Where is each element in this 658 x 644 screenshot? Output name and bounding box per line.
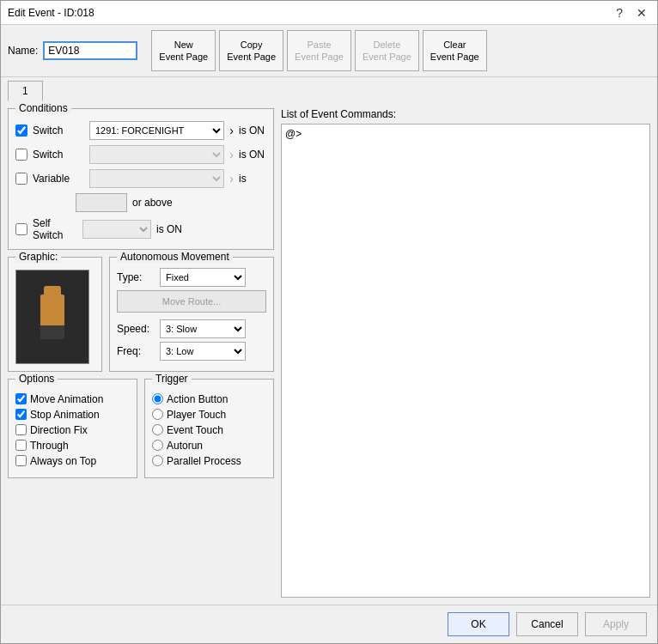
- trigger-player-touch: Player Touch: [152, 409, 266, 421]
- switch1-ison: is ON: [239, 125, 266, 137]
- graphic-box[interactable]: [15, 270, 89, 364]
- options-label: Options: [15, 373, 58, 385]
- character-sprite: [35, 286, 70, 348]
- freq-select[interactable]: 1: Lowest 2: Lower 3: Low 4: High 5: Hig…: [160, 342, 246, 361]
- parallel-process-radio[interactable]: [152, 455, 163, 466]
- parallel-process-label: Parallel Process: [167, 455, 241, 467]
- name-label: Name:: [8, 45, 38, 57]
- sprite-body: [40, 295, 64, 325]
- variable-is: is: [239, 173, 266, 185]
- trigger-autorun: Autorun: [152, 440, 266, 452]
- variable-checkbox[interactable]: [15, 173, 27, 185]
- switch1-label: Switch: [33, 125, 84, 137]
- move-route-button[interactable]: Move Route...: [117, 290, 266, 313]
- tab-1[interactable]: 1: [8, 81, 43, 101]
- speed-label: Speed:: [117, 323, 155, 335]
- trigger-list: Action Button Player Touch Event Touch: [152, 393, 266, 467]
- left-panel: Conditions Switch 1291: FORCENIGHT › is …: [8, 108, 274, 598]
- switch2-arrow: ›: [229, 148, 234, 161]
- new-event-page-button[interactable]: NewEvent Page: [151, 30, 216, 71]
- clear-event-page-button[interactable]: ClearEvent Page: [423, 30, 487, 71]
- options-section: Options Move Animation Stop Animation: [8, 379, 137, 478]
- autonomous-movement-label: Autonomous Movement: [117, 251, 233, 263]
- trigger-event-touch: Event Touch: [152, 424, 266, 436]
- paste-event-page-button[interactable]: PasteEvent Page: [287, 30, 351, 71]
- toolbar: Name: NewEvent Page CopyEvent Page Paste…: [1, 25, 657, 77]
- freq-row: Freq: 1: Lowest 2: Lower 3: Low 4: High …: [117, 342, 266, 361]
- right-panel: List of Event Commands: @>: [281, 108, 650, 598]
- name-input[interactable]: [43, 41, 137, 60]
- move-animation-checkbox[interactable]: [15, 393, 27, 404]
- trigger-label: Trigger: [152, 373, 192, 385]
- title-bar: Edit Event - ID:018 ? ✕: [1, 1, 657, 25]
- switch1-arrow[interactable]: ›: [229, 124, 234, 137]
- type-label: Type:: [117, 271, 155, 283]
- graphic-section: Graphic:: [8, 257, 102, 372]
- close-button[interactable]: ✕: [633, 6, 650, 20]
- type-select[interactable]: Fixed Random Approach Custom: [160, 268, 246, 287]
- stop-animation-checkbox[interactable]: [15, 409, 27, 420]
- autorun-radio[interactable]: [152, 440, 163, 451]
- options-trigger-row: Options Move Animation Stop Animation: [8, 379, 274, 478]
- type-row: Type: Fixed Random Approach Custom: [117, 268, 266, 287]
- variable-select[interactable]: [89, 169, 224, 188]
- dialog-title: Edit Event - ID:018: [8, 7, 94, 19]
- ok-button[interactable]: OK: [448, 612, 509, 636]
- or-above-input[interactable]: [76, 193, 127, 212]
- or-above-label: or above: [132, 197, 173, 209]
- move-animation-label: Move Animation: [30, 393, 103, 405]
- event-commands-list[interactable]: @>: [281, 124, 650, 598]
- autonomous-movement-section: Autonomous Movement Type: Fixed Random A…: [109, 257, 274, 372]
- always-on-top-checkbox[interactable]: [15, 455, 27, 466]
- direction-fix-label: Direction Fix: [30, 424, 88, 436]
- condition-self-switch-row: SelfSwitch is ON: [15, 217, 266, 242]
- bottom-panels: Graphic: Autonomous Movement Type:: [8, 257, 274, 372]
- option-move-animation: Move Animation: [15, 393, 130, 405]
- self-switch-label: SelfSwitch: [33, 217, 77, 242]
- list-header: List of Event Commands:: [281, 108, 650, 120]
- or-above-row: or above: [15, 193, 266, 212]
- switch2-label: Switch: [33, 149, 84, 161]
- event-commands-content: @>: [285, 128, 302, 140]
- option-direction-fix: Direction Fix: [15, 424, 130, 436]
- graphic-label: Graphic:: [15, 251, 61, 263]
- name-section: Name:: [8, 41, 137, 60]
- player-touch-radio[interactable]: [152, 409, 163, 420]
- through-label: Through: [30, 440, 69, 452]
- delete-event-page-button[interactable]: DeleteEvent Page: [355, 30, 419, 71]
- condition-switch2-row: Switch › is ON: [15, 145, 266, 164]
- self-switch-select[interactable]: [82, 220, 151, 239]
- trigger-parallel-process: Parallel Process: [152, 455, 266, 467]
- action-button-label: Action Button: [167, 393, 228, 405]
- self-switch-ison: is ON: [156, 223, 184, 235]
- switch2-select[interactable]: [89, 145, 224, 164]
- speed-row: Speed: 1: x8 Slower 2: x4 Slower 3: Slow…: [117, 319, 266, 338]
- footer: OK Cancel Apply: [1, 605, 657, 643]
- event-touch-label: Event Touch: [167, 424, 223, 436]
- main-content: Conditions Switch 1291: FORCENIGHT › is …: [1, 101, 657, 605]
- speed-select[interactable]: 1: x8 Slower 2: x4 Slower 3: Slow 4: Fas…: [160, 319, 246, 338]
- copy-event-page-button[interactable]: CopyEvent Page: [219, 30, 283, 71]
- cancel-button[interactable]: Cancel: [516, 612, 578, 636]
- trigger-section: Trigger Action Button Player Touch Ev: [144, 379, 274, 478]
- apply-button[interactable]: Apply: [585, 612, 647, 636]
- action-button-radio[interactable]: [152, 393, 163, 404]
- option-always-on-top: Always on Top: [15, 455, 130, 467]
- switch2-ison: is ON: [239, 149, 266, 161]
- switch1-checkbox[interactable]: [15, 125, 27, 137]
- player-touch-label: Player Touch: [167, 409, 226, 421]
- conditions-section: Conditions Switch 1291: FORCENIGHT › is …: [8, 108, 274, 250]
- direction-fix-checkbox[interactable]: [15, 424, 27, 435]
- conditions-grid: Switch 1291: FORCENIGHT › is ON Switch ›: [15, 121, 266, 242]
- help-button[interactable]: ?: [612, 6, 626, 20]
- always-on-top-label: Always on Top: [30, 455, 96, 467]
- through-checkbox[interactable]: [15, 440, 27, 451]
- autorun-label: Autorun: [167, 440, 203, 452]
- title-bar-controls: ? ✕: [612, 6, 650, 20]
- switch1-select[interactable]: 1291: FORCENIGHT: [89, 121, 224, 140]
- switch2-checkbox[interactable]: [15, 149, 27, 161]
- stop-animation-label: Stop Animation: [30, 409, 100, 421]
- self-switch-checkbox[interactable]: [15, 223, 27, 235]
- event-touch-radio[interactable]: [152, 424, 163, 435]
- condition-variable-row: Variable › is: [15, 169, 266, 188]
